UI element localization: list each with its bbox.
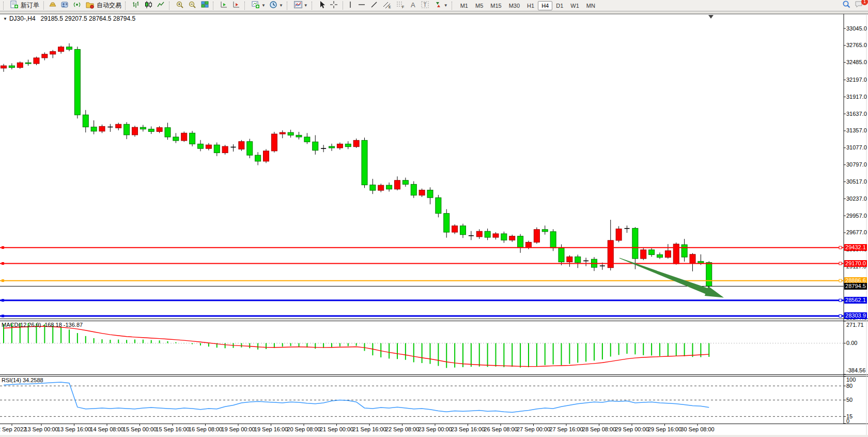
hline-handle[interactable] bbox=[2, 314, 4, 317]
candle bbox=[132, 127, 138, 135]
candle bbox=[616, 229, 622, 240]
time-tick-label: 2 Sep 2022 bbox=[0, 426, 26, 432]
price-tick: 31637.0 bbox=[846, 111, 868, 117]
time-tick-label: 23 Sep 00:00 bbox=[418, 426, 452, 432]
rsi-scale-tick: 0 bbox=[846, 418, 868, 424]
candle bbox=[518, 236, 523, 248]
candle bbox=[575, 257, 581, 263]
candle bbox=[436, 198, 441, 213]
candle bbox=[534, 230, 539, 243]
candle bbox=[1, 66, 7, 68]
candle bbox=[673, 244, 679, 264]
candle bbox=[476, 231, 482, 237]
candle bbox=[50, 52, 56, 54]
rsi-scale-tick: 80 bbox=[846, 383, 868, 389]
candle bbox=[67, 47, 72, 50]
hline-handle[interactable] bbox=[839, 279, 842, 282]
candle bbox=[58, 47, 64, 52]
price-line-label: 28303.9 bbox=[844, 312, 867, 319]
candle bbox=[264, 151, 269, 161]
hline-handle[interactable] bbox=[2, 246, 4, 249]
chart-shift-marker[interactable] bbox=[708, 15, 714, 19]
time-tick-label: 30 Sep 08:00 bbox=[680, 426, 714, 432]
time-tick-label: 21 Sep 00:00 bbox=[320, 426, 353, 432]
candle bbox=[99, 126, 105, 131]
candle bbox=[444, 214, 450, 232]
candle bbox=[690, 254, 695, 263]
hline-handle[interactable] bbox=[839, 262, 842, 265]
price-line-label: 29432.1 bbox=[844, 244, 867, 251]
candle bbox=[304, 137, 310, 142]
price-tick: 30237.0 bbox=[846, 195, 868, 202]
price-tick: 30517.0 bbox=[846, 178, 868, 185]
candle bbox=[173, 137, 179, 141]
candle bbox=[427, 190, 433, 198]
macd-label: MACD(12,26,9) -168.18 -136.87 bbox=[2, 322, 83, 328]
candle bbox=[501, 234, 507, 240]
price-tick: 29957.0 bbox=[846, 213, 868, 219]
rsi-scale-tick: 50 bbox=[846, 397, 868, 403]
candle bbox=[485, 231, 490, 237]
price-tick: 31917.0 bbox=[846, 94, 868, 100]
candle bbox=[280, 132, 285, 134]
time-tick-label: 14 Sep 08:00 bbox=[90, 426, 123, 432]
hline-handle[interactable] bbox=[839, 246, 842, 249]
time-tick-label: 16 Sep 08:00 bbox=[189, 426, 222, 432]
candle bbox=[345, 144, 351, 146]
time-tick-label: 22 Sep 08:00 bbox=[385, 426, 419, 432]
candle bbox=[649, 250, 655, 254]
window-bottom-edge bbox=[0, 435, 868, 437]
hline-handle[interactable] bbox=[839, 314, 842, 317]
time-tick-label: 23 Sep 16:00 bbox=[451, 426, 485, 432]
price-line-label: 28794.5 bbox=[844, 283, 867, 290]
candle bbox=[190, 133, 195, 144]
candle bbox=[255, 155, 261, 161]
candle bbox=[247, 142, 253, 155]
candle bbox=[419, 190, 425, 195]
symbol-period-label: DJ30-,H4 bbox=[9, 15, 36, 22]
time-tick-label: 29 Sep 16:00 bbox=[648, 426, 681, 432]
candle bbox=[353, 140, 359, 146]
macd-signal-line bbox=[4, 326, 709, 366]
hline-handle[interactable] bbox=[2, 279, 4, 282]
price-tick: 31357.0 bbox=[846, 127, 868, 133]
candle bbox=[116, 124, 121, 128]
chart-canvas[interactable] bbox=[0, 0, 868, 437]
candle bbox=[542, 230, 548, 232]
candle bbox=[460, 226, 466, 235]
time-tick-label: 20 Sep 08:00 bbox=[287, 426, 320, 432]
rsi-line bbox=[4, 382, 709, 412]
candle bbox=[657, 254, 663, 257]
candle bbox=[9, 66, 14, 68]
price-tick: 33045.0 bbox=[846, 25, 868, 32]
candle bbox=[395, 180, 400, 189]
candle bbox=[641, 250, 646, 259]
candle bbox=[157, 128, 162, 132]
candle bbox=[165, 128, 171, 137]
price-tick: 31077.0 bbox=[846, 144, 868, 150]
candle bbox=[181, 133, 187, 141]
candle bbox=[362, 140, 367, 185]
candle bbox=[296, 135, 302, 137]
price-tick: 32485.0 bbox=[846, 59, 868, 65]
time-tick-label: 27 Sep 00:00 bbox=[517, 426, 550, 432]
candle bbox=[550, 232, 556, 248]
hline-handle[interactable] bbox=[2, 262, 4, 265]
candle bbox=[271, 134, 277, 151]
candle bbox=[402, 180, 408, 185]
price-tick: 32197.0 bbox=[846, 77, 868, 83]
candle bbox=[124, 124, 130, 135]
candle bbox=[509, 236, 515, 240]
hline-handle[interactable] bbox=[839, 299, 842, 302]
time-tick-label: 29 Sep 00:00 bbox=[615, 426, 648, 432]
candle bbox=[17, 63, 23, 67]
candle bbox=[206, 145, 211, 148]
candle bbox=[526, 242, 532, 247]
candle bbox=[632, 228, 638, 259]
hline-handle[interactable] bbox=[2, 299, 4, 302]
rsi-label: RSI(14) 34.2588 bbox=[2, 377, 43, 383]
expand-triangle-icon: ▼ bbox=[3, 17, 7, 21]
macd-scale-tick: -384.56 bbox=[846, 367, 868, 373]
candle bbox=[411, 184, 416, 195]
candle bbox=[74, 49, 80, 115]
